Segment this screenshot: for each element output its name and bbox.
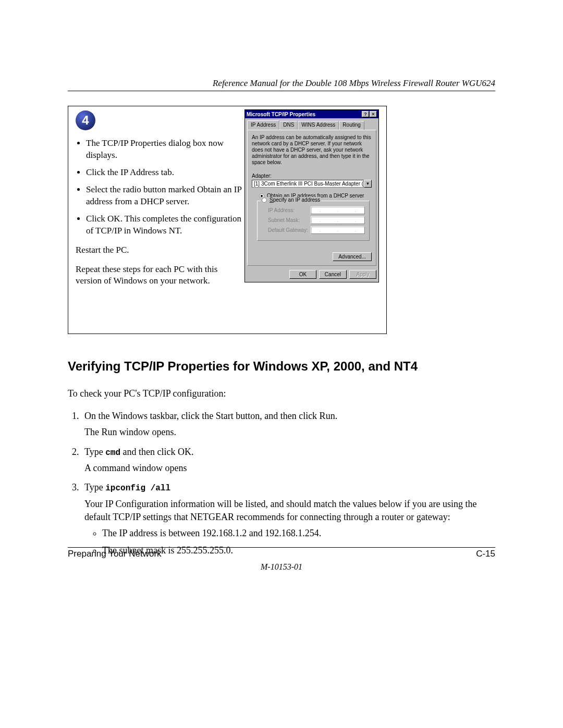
ok-button[interactable]: OK — [289, 270, 316, 279]
section-intro: To check your PC's TCP/IP configuration: — [68, 387, 495, 400]
close-icon[interactable]: × — [370, 111, 377, 117]
radio-specify-ip[interactable]: Specify an IP address — [261, 197, 321, 203]
ip-address-field: ... — [311, 206, 365, 214]
tab-dns[interactable]: DNS — [279, 121, 298, 130]
step-4-box: 4 The TCP/IP Properties dialog box now d… — [68, 106, 387, 334]
step-bullet-list: The TCP/IP Properties dialog box now dis… — [76, 138, 242, 237]
tcpip-properties-dialog: Microsoft TCP/IP Properties ? × IP Addre… — [244, 109, 379, 282]
apply-button[interactable]: Apply — [349, 270, 376, 279]
step-paragraph: Restart the PC. — [76, 244, 242, 256]
tab-strip: IP Address DNS WINS Address Routing — [247, 120, 376, 130]
dialog-title: Microsoft TCP/IP Properties — [247, 112, 315, 117]
specify-ip-group: Specify an IP address IP Address: ... Su… — [257, 201, 370, 241]
subnet-mask-label: Subnet Mask: — [268, 217, 311, 223]
list-item: The IP address is between 192.168.1.2 an… — [102, 527, 495, 540]
step-bullet: Select the radio button marked Obtain an… — [86, 184, 242, 208]
radio-label: Specify an IP address — [270, 197, 320, 203]
tab-wins[interactable]: WINS Address — [298, 121, 339, 130]
procedure-step: Type cmd and then click OK. A command wi… — [81, 446, 495, 475]
radio-icon[interactable] — [262, 198, 267, 203]
step-number-badge: 4 — [76, 110, 95, 130]
document-number: M-10153-01 — [68, 562, 495, 572]
chevron-down-icon[interactable]: ▼ — [364, 180, 372, 188]
step-bullet: Click the IP Address tab. — [86, 167, 242, 179]
ip-address-label: IP Address: — [268, 207, 311, 213]
default-gateway-field: ... — [311, 226, 365, 234]
default-gateway-label: Default Gateway: — [268, 227, 311, 233]
cancel-button[interactable]: Cancel — [319, 270, 347, 279]
tab-ip-address[interactable]: IP Address — [247, 120, 279, 130]
procedure-step: Type ipconfig /all Your IP Configuration… — [81, 481, 495, 557]
advanced-button[interactable]: Advanced... — [333, 252, 372, 261]
subnet-mask-field: ... — [311, 216, 365, 224]
tab-routing[interactable]: Routing — [339, 121, 364, 130]
section-heading: Verifying TCP/IP Properties for Windows … — [68, 359, 495, 374]
procedure-result: Your IP Configuration information will b… — [84, 498, 495, 524]
step-paragraph: Repeat these steps for each PC with this… — [76, 264, 242, 288]
help-icon[interactable]: ? — [362, 111, 369, 117]
command-text: ipconfig /all — [105, 484, 170, 493]
procedure-result: A command window opens — [84, 462, 495, 475]
tab-panel-ip: An IP address can be automatically assig… — [247, 130, 376, 266]
page-number: C-15 — [476, 549, 495, 559]
procedure-step: On the Windows taskbar, click the Start … — [81, 410, 495, 439]
procedure-list: On the Windows taskbar, click the Start … — [68, 410, 495, 557]
footer-section-name: Preparing Your Network — [68, 549, 162, 559]
adapter-combo[interactable]: [1] 3Com Etherlink III PCI Bus-Master Ad… — [252, 180, 364, 188]
adapter-label: Adapter: — [252, 173, 372, 179]
step-bullet: Click OK. This completes the configurati… — [86, 213, 242, 237]
command-text: cmd — [105, 448, 120, 458]
dialog-titlebar[interactable]: Microsoft TCP/IP Properties ? × — [245, 110, 378, 118]
tab-description: An IP address can be automatically assig… — [252, 134, 372, 166]
procedure-result: The Run window opens. — [84, 426, 495, 439]
step-bullet: The TCP/IP Properties dialog box now dis… — [86, 138, 242, 162]
page-header: Reference Manual for the Double 108 Mbps… — [68, 78, 495, 91]
